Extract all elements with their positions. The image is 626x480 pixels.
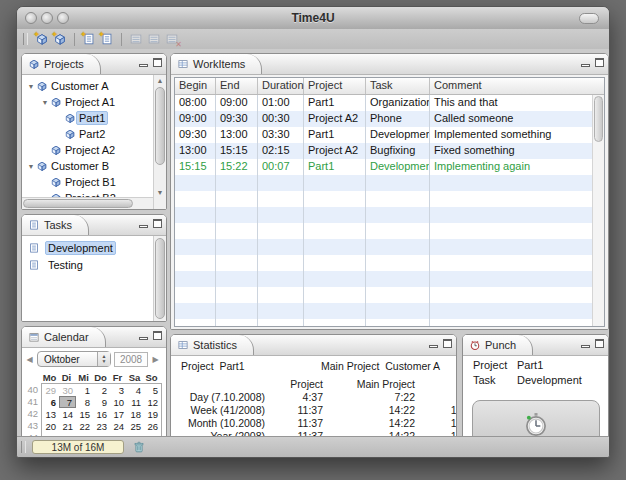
projects-vertical-scrollbar[interactable]: ▲ ▼: [153, 75, 166, 209]
calendar-day[interactable]: 23: [93, 420, 110, 432]
workitem-row[interactable]: 15:1515:2200:07Part1DevelopmentImplement…: [175, 159, 604, 175]
maximize-view-icon[interactable]: [153, 58, 162, 67]
minimize-view-icon[interactable]: [139, 64, 148, 67]
workitem-row[interactable]: [175, 255, 604, 271]
column-header-duration[interactable]: Duration: [258, 78, 304, 94]
calendar-day[interactable]: 7: [59, 396, 76, 408]
maximize-view-icon[interactable]: [153, 331, 162, 340]
calendar-day[interactable]: 11: [127, 396, 144, 408]
column-header-begin[interactable]: Begin: [175, 78, 216, 94]
copy-item-button[interactable]: [145, 31, 163, 48]
calendar-day[interactable]: 26: [144, 420, 161, 432]
calendar-day[interactable]: 6: [42, 396, 59, 408]
column-header-task[interactable]: Task: [366, 78, 430, 94]
column-header-project[interactable]: Project: [304, 78, 366, 94]
expand-arrow-icon[interactable]: ▼: [26, 83, 36, 90]
workitem-row[interactable]: 08:0009:0001:00Part1OrganizationThis and…: [175, 95, 604, 111]
scroll-up-icon[interactable]: ▲: [154, 77, 166, 84]
calendar-day[interactable]: 2: [93, 384, 110, 396]
calendar-day[interactable]: 24: [110, 420, 127, 432]
garbage-collect-button[interactable]: [130, 439, 148, 455]
tab-workitems[interactable]: WorkItems: [171, 54, 262, 74]
statusbar-drag-handle[interactable]: [21, 441, 26, 453]
workitem-row[interactable]: [175, 239, 604, 255]
tab-statistics[interactable]: Statistics: [171, 335, 254, 355]
workitem-row[interactable]: [175, 175, 604, 191]
tab-projects[interactable]: Projects: [22, 54, 101, 74]
maximize-view-icon[interactable]: [595, 339, 604, 348]
calendar-day[interactable]: 19: [144, 408, 161, 420]
tree-item[interactable]: Project B1: [22, 174, 166, 190]
calendar-day[interactable]: 12: [144, 396, 161, 408]
minimize-view-icon[interactable]: [581, 64, 590, 67]
calendar-day[interactable]: 22: [76, 420, 93, 432]
task-item[interactable]: Development: [22, 239, 166, 256]
calendar-day[interactable]: 4: [127, 384, 144, 396]
workitem-row[interactable]: [175, 319, 604, 327]
workitems-vertical-scrollbar[interactable]: [592, 95, 604, 326]
tasks-vertical-scrollbar[interactable]: [153, 236, 166, 321]
workitem-row[interactable]: [175, 287, 604, 303]
calendar-day[interactable]: 15: [76, 408, 93, 420]
new-task-button[interactable]: ✦: [98, 31, 116, 48]
workitem-row[interactable]: 13:0015:1502:15Project A2BugfixingFixed …: [175, 143, 604, 159]
calendar-day[interactable]: 30: [59, 384, 76, 396]
workitem-row[interactable]: [175, 303, 604, 319]
scroll-down-icon[interactable]: ▼: [154, 189, 166, 196]
tree-item[interactable]: Project A2: [22, 142, 166, 158]
calendar-day[interactable]: 3: [110, 384, 127, 396]
new-customer-button[interactable]: ✦: [33, 31, 51, 48]
calendar-day[interactable]: 8: [76, 396, 93, 408]
expand-arrow-icon[interactable]: ▼: [40, 99, 50, 106]
calendar-day[interactable]: 9: [93, 396, 110, 408]
title-bar[interactable]: Time4U: [17, 7, 609, 30]
tree-item[interactable]: ▼Customer A: [22, 78, 166, 94]
minimize-view-icon[interactable]: [139, 337, 148, 340]
calendar-day[interactable]: 10: [110, 396, 127, 408]
year-field[interactable]: 2008: [114, 352, 148, 367]
workitem-row[interactable]: 09:3013:0003:30Part1DevelopmentImplement…: [175, 127, 604, 143]
workitems-header-row[interactable]: BeginEndDurationProjectTaskComment: [175, 78, 604, 95]
column-header-comment[interactable]: Comment: [430, 78, 604, 94]
task-item[interactable]: Testing: [22, 256, 166, 273]
tree-item[interactable]: Part2: [22, 126, 166, 142]
previous-month-icon[interactable]: ◀: [25, 355, 34, 364]
workitem-row[interactable]: 09:0009:3000:30Project A2PhoneCalled som…: [175, 111, 604, 127]
toolbar-drag-handle[interactable]: [23, 33, 28, 45]
minimize-view-icon[interactable]: [139, 225, 148, 228]
month-stepper-icon[interactable]: ▲▼: [97, 352, 110, 366]
tab-tasks[interactable]: Tasks: [22, 215, 89, 235]
expand-arrow-icon[interactable]: ▼: [26, 163, 36, 170]
month-select[interactable]: Oktober ▲▼: [37, 351, 111, 367]
calendar-day[interactable]: 14: [59, 408, 76, 420]
maximize-view-icon[interactable]: [153, 219, 162, 228]
maximize-view-icon[interactable]: [595, 58, 604, 67]
workitem-row[interactable]: [175, 207, 604, 223]
calendar-day[interactable]: 5: [144, 384, 161, 396]
new-task-folder-button[interactable]: ✦: [80, 31, 98, 48]
punch-clock-button[interactable]: [472, 400, 600, 438]
workitem-row[interactable]: [175, 191, 604, 207]
calendar-day[interactable]: 16: [93, 408, 110, 420]
calendar-day[interactable]: 20: [42, 420, 59, 432]
workitem-row[interactable]: [175, 271, 604, 287]
projects-horizontal-scrollbar[interactable]: [22, 197, 153, 209]
workitem-row[interactable]: [175, 223, 604, 239]
delete-item-button[interactable]: ✕: [163, 31, 181, 48]
tab-calendar[interactable]: Calendar: [22, 327, 106, 347]
toolbar-toggle-button[interactable]: [579, 13, 599, 24]
calendar-day[interactable]: 21: [59, 420, 76, 432]
calendar-day[interactable]: 13: [42, 408, 59, 420]
calendar-day[interactable]: 29: [42, 384, 59, 396]
calendar-day[interactable]: 1: [76, 384, 93, 396]
edit-item-button[interactable]: [127, 31, 145, 48]
new-project-button[interactable]: ✦: [51, 31, 69, 48]
column-header-end[interactable]: End: [216, 78, 258, 94]
maximize-view-icon[interactable]: [443, 339, 452, 348]
tree-item[interactable]: ▼Project A1: [22, 94, 166, 110]
tab-punch[interactable]: Punch: [463, 335, 533, 355]
calendar-day[interactable]: 18: [127, 408, 144, 420]
tree-item[interactable]: Part1: [22, 110, 166, 126]
calendar-day[interactable]: 25: [127, 420, 144, 432]
calendar-day[interactable]: 17: [110, 408, 127, 420]
